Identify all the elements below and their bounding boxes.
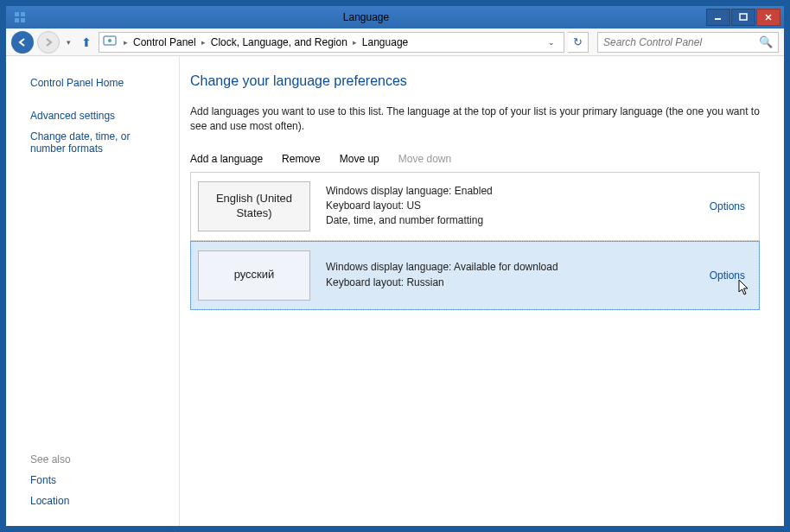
- minimize-button[interactable]: [706, 9, 730, 26]
- move-down-link: Move down: [398, 153, 451, 165]
- language-options-link[interactable]: Options: [710, 200, 745, 212]
- window-title: Language: [27, 11, 705, 23]
- sidebar-link-advanced[interactable]: Advanced settings: [30, 110, 165, 122]
- language-details: Windows display language: Enabled Keyboa…: [310, 184, 710, 229]
- forward-button[interactable]: [37, 31, 60, 54]
- language-detail-line: Windows display language: Available for …: [326, 260, 710, 275]
- maximize-button[interactable]: [731, 9, 755, 26]
- app-icon: [13, 10, 27, 24]
- svg-rect-5: [740, 14, 747, 20]
- language-detail-line: Date, time, and number formatting: [326, 213, 710, 228]
- titlebar-controls: [705, 9, 780, 26]
- language-row[interactable]: русский Windows display language: Availa…: [190, 241, 760, 310]
- sidebar-link-location[interactable]: Location: [30, 495, 165, 507]
- control-panel-icon: [103, 34, 117, 50]
- content-area: Control Panel Home Advanced settings Cha…: [6, 56, 784, 526]
- svg-rect-1: [21, 12, 25, 16]
- language-options-link[interactable]: Options: [710, 269, 745, 282]
- svg-rect-3: [21, 18, 25, 22]
- chevron-right-icon: ▸: [198, 38, 209, 47]
- page-title: Change your language preferences: [190, 73, 760, 89]
- breadcrumb-item[interactable]: Language: [362, 36, 408, 48]
- history-dropdown-icon[interactable]: ▾: [63, 38, 74, 47]
- cursor-icon: [738, 280, 750, 295]
- breadcrumb[interactable]: ▸ Control Panel ▸ Clock, Language, and R…: [99, 32, 564, 53]
- svg-point-9: [108, 39, 111, 42]
- search-icon[interactable]: 🔍: [759, 35, 773, 48]
- sidebar-home-link[interactable]: Control Panel Home: [30, 77, 165, 89]
- svg-rect-2: [15, 18, 19, 22]
- add-language-link[interactable]: Add a language: [190, 153, 263, 165]
- language-detail-line: Keyboard layout: US: [326, 199, 710, 213]
- titlebar: Language: [6, 6, 784, 28]
- sidebar-link-fonts[interactable]: Fonts: [30, 474, 165, 486]
- breadcrumb-item[interactable]: Clock, Language, and Region: [211, 36, 347, 48]
- up-button[interactable]: ⬆: [78, 35, 95, 49]
- navbar: ▾ ⬆ ▸ Control Panel ▸ Clock, Language, a…: [6, 28, 784, 56]
- back-button[interactable]: [11, 31, 34, 54]
- search-input[interactable]: [603, 36, 759, 48]
- window: Language ▾ ⬆ ▸ Control Panel ▸ Clock, La…: [5, 5, 785, 527]
- svg-rect-0: [15, 12, 19, 16]
- breadcrumb-item[interactable]: Control Panel: [133, 36, 196, 48]
- close-button[interactable]: [756, 9, 780, 26]
- chevron-right-icon: ▸: [349, 38, 360, 47]
- chevron-right-icon: ▸: [120, 38, 131, 47]
- move-up-link[interactable]: Move up: [340, 153, 379, 165]
- language-row[interactable]: English (United States) Windows display …: [190, 172, 760, 241]
- language-name-box: русский: [198, 250, 310, 301]
- language-detail-line: Keyboard layout: Russian: [326, 276, 710, 290]
- main-panel: Change your language preferences Add lan…: [179, 56, 784, 526]
- language-details: Windows display language: Available for …: [310, 260, 710, 290]
- language-detail-line: Windows display language: Enabled: [326, 184, 710, 199]
- breadcrumb-dropdown-icon[interactable]: ⌄: [543, 38, 560, 47]
- language-list: English (United States) Windows display …: [190, 172, 760, 310]
- refresh-button[interactable]: ↻: [568, 32, 589, 53]
- sidebar: Control Panel Home Advanced settings Cha…: [6, 56, 179, 526]
- search-box[interactable]: 🔍: [597, 32, 779, 53]
- remove-link[interactable]: Remove: [282, 153, 321, 165]
- language-name-box: English (United States): [198, 181, 310, 231]
- see-also-label: See also: [30, 453, 165, 466]
- page-description: Add languages you want to use to this li…: [190, 104, 760, 134]
- sidebar-link-formats[interactable]: Change date, time, or number formats: [30, 130, 165, 155]
- action-bar: Add a language Remove Move up Move down: [190, 153, 760, 165]
